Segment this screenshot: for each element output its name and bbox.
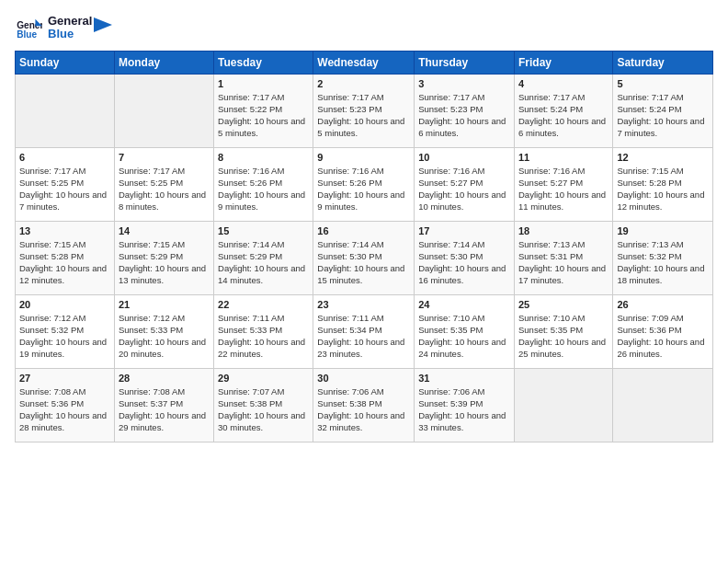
calendar-cell: 29Sunrise: 7:07 AMSunset: 5:38 PMDayligh… bbox=[214, 368, 313, 442]
day-info: Sunrise: 7:16 AMSunset: 5:27 PMDaylight:… bbox=[418, 165, 510, 213]
day-number: 27 bbox=[19, 373, 110, 384]
day-number: 15 bbox=[218, 225, 309, 236]
week-row-4: 20Sunrise: 7:12 AMSunset: 5:32 PMDayligh… bbox=[16, 294, 713, 368]
day-info: Sunrise: 7:14 AMSunset: 5:29 PMDaylight:… bbox=[218, 238, 309, 287]
calendar-cell: 2Sunrise: 7:17 AMSunset: 5:23 PMDaylight… bbox=[313, 74, 415, 147]
day-info: Sunrise: 7:13 AMSunset: 5:31 PMDaylight:… bbox=[518, 238, 609, 287]
calendar-cell: 16Sunrise: 7:14 AMSunset: 5:30 PMDayligh… bbox=[313, 221, 415, 294]
day-number: 26 bbox=[617, 299, 709, 310]
day-number: 12 bbox=[617, 152, 709, 163]
day-number: 16 bbox=[317, 225, 410, 236]
calendar-cell: 6Sunrise: 7:17 AMSunset: 5:25 PMDaylight… bbox=[16, 147, 115, 221]
day-info: Sunrise: 7:10 AMSunset: 5:35 PMDaylight:… bbox=[418, 312, 510, 361]
logo-line2: Blue bbox=[48, 28, 92, 40]
day-number: 22 bbox=[218, 299, 309, 310]
day-number: 18 bbox=[518, 225, 609, 236]
day-number: 14 bbox=[119, 225, 210, 236]
logo-icon: General Blue bbox=[17, 17, 42, 38]
calendar-cell: 19Sunrise: 7:13 AMSunset: 5:32 PMDayligh… bbox=[613, 221, 713, 294]
day-number: 29 bbox=[218, 373, 309, 384]
day-number: 5 bbox=[617, 78, 709, 89]
day-info: Sunrise: 7:15 AMSunset: 5:28 PMDaylight:… bbox=[617, 165, 709, 213]
day-number: 23 bbox=[317, 299, 410, 310]
day-number: 4 bbox=[518, 78, 609, 89]
svg-text:Blue: Blue bbox=[17, 29, 37, 38]
calendar-cell: 30Sunrise: 7:06 AMSunset: 5:38 PMDayligh… bbox=[313, 368, 415, 442]
calendar-cell: 8Sunrise: 7:16 AMSunset: 5:26 PMDaylight… bbox=[214, 147, 313, 221]
day-info: Sunrise: 7:08 AMSunset: 5:37 PMDaylight:… bbox=[119, 385, 210, 434]
day-info: Sunrise: 7:12 AMSunset: 5:32 PMDaylight:… bbox=[19, 312, 110, 361]
calendar-cell: 25Sunrise: 7:10 AMSunset: 5:35 PMDayligh… bbox=[514, 294, 612, 368]
calendar-cell: 31Sunrise: 7:06 AMSunset: 5:39 PMDayligh… bbox=[415, 368, 515, 442]
calendar-cell: 4Sunrise: 7:17 AMSunset: 5:24 PMDaylight… bbox=[514, 74, 612, 147]
day-info: Sunrise: 7:13 AMSunset: 5:32 PMDaylight:… bbox=[617, 238, 709, 287]
day-number: 2 bbox=[317, 78, 410, 89]
day-info: Sunrise: 7:17 AMSunset: 5:25 PMDaylight:… bbox=[19, 165, 110, 213]
day-number: 3 bbox=[418, 78, 510, 89]
day-info: Sunrise: 7:09 AMSunset: 5:36 PMDaylight:… bbox=[617, 312, 709, 361]
day-number: 20 bbox=[19, 299, 110, 310]
day-info: Sunrise: 7:07 AMSunset: 5:38 PMDaylight:… bbox=[218, 385, 309, 434]
week-row-2: 6Sunrise: 7:17 AMSunset: 5:25 PMDaylight… bbox=[16, 147, 713, 221]
col-header-saturday: Saturday bbox=[613, 51, 713, 74]
day-info: Sunrise: 7:15 AMSunset: 5:28 PMDaylight:… bbox=[19, 238, 110, 287]
day-info: Sunrise: 7:16 AMSunset: 5:26 PMDaylight:… bbox=[218, 165, 309, 213]
page-header: General Blue General Blue bbox=[15, 15, 713, 41]
calendar-header-row: SundayMondayTuesdayWednesdayThursdayFrid… bbox=[16, 51, 713, 74]
calendar-cell: 21Sunrise: 7:12 AMSunset: 5:33 PMDayligh… bbox=[114, 294, 213, 368]
week-row-3: 13Sunrise: 7:15 AMSunset: 5:28 PMDayligh… bbox=[16, 221, 713, 294]
col-header-tuesday: Tuesday bbox=[214, 51, 313, 74]
logo-arrow-icon bbox=[94, 17, 112, 32]
day-info: Sunrise: 7:15 AMSunset: 5:29 PMDaylight:… bbox=[119, 238, 210, 287]
calendar-cell: 22Sunrise: 7:11 AMSunset: 5:33 PMDayligh… bbox=[214, 294, 313, 368]
calendar-cell: 9Sunrise: 7:16 AMSunset: 5:26 PMDaylight… bbox=[313, 147, 415, 221]
day-number: 17 bbox=[418, 225, 510, 236]
day-number: 10 bbox=[418, 152, 510, 163]
calendar-cell: 13Sunrise: 7:15 AMSunset: 5:28 PMDayligh… bbox=[16, 221, 115, 294]
calendar-cell: 15Sunrise: 7:14 AMSunset: 5:29 PMDayligh… bbox=[214, 221, 313, 294]
day-number: 24 bbox=[418, 299, 510, 310]
day-number: 11 bbox=[518, 152, 609, 163]
day-number: 19 bbox=[617, 225, 709, 236]
week-row-5: 27Sunrise: 7:08 AMSunset: 5:36 PMDayligh… bbox=[16, 368, 713, 442]
calendar-cell bbox=[613, 368, 713, 442]
day-info: Sunrise: 7:17 AMSunset: 5:23 PMDaylight:… bbox=[317, 91, 410, 140]
calendar-cell bbox=[114, 74, 213, 147]
calendar-table: SundayMondayTuesdayWednesdayThursdayFrid… bbox=[15, 51, 713, 442]
calendar-cell: 12Sunrise: 7:15 AMSunset: 5:28 PMDayligh… bbox=[613, 147, 713, 221]
day-number: 9 bbox=[317, 152, 410, 163]
calendar-cell: 10Sunrise: 7:16 AMSunset: 5:27 PMDayligh… bbox=[415, 147, 515, 221]
day-number: 8 bbox=[218, 152, 309, 163]
week-row-1: 1Sunrise: 7:17 AMSunset: 5:22 PMDaylight… bbox=[16, 74, 713, 147]
day-info: Sunrise: 7:06 AMSunset: 5:39 PMDaylight:… bbox=[418, 385, 510, 434]
calendar-cell: 26Sunrise: 7:09 AMSunset: 5:36 PMDayligh… bbox=[613, 294, 713, 368]
day-info: Sunrise: 7:14 AMSunset: 5:30 PMDaylight:… bbox=[317, 238, 410, 287]
day-number: 7 bbox=[119, 152, 210, 163]
calendar-cell: 14Sunrise: 7:15 AMSunset: 5:29 PMDayligh… bbox=[114, 221, 213, 294]
day-number: 6 bbox=[19, 152, 110, 163]
day-info: Sunrise: 7:16 AMSunset: 5:26 PMDaylight:… bbox=[317, 165, 410, 213]
col-header-sunday: Sunday bbox=[16, 51, 115, 74]
day-info: Sunrise: 7:17 AMSunset: 5:25 PMDaylight:… bbox=[119, 165, 210, 213]
day-number: 28 bbox=[119, 373, 210, 384]
day-info: Sunrise: 7:14 AMSunset: 5:30 PMDaylight:… bbox=[418, 238, 510, 287]
col-header-friday: Friday bbox=[514, 51, 612, 74]
calendar-cell: 5Sunrise: 7:17 AMSunset: 5:24 PMDaylight… bbox=[613, 74, 713, 147]
col-header-monday: Monday bbox=[114, 51, 213, 74]
day-info: Sunrise: 7:17 AMSunset: 5:23 PMDaylight:… bbox=[418, 91, 510, 140]
day-info: Sunrise: 7:10 AMSunset: 5:35 PMDaylight:… bbox=[518, 312, 609, 361]
day-number: 25 bbox=[518, 299, 609, 310]
col-header-thursday: Thursday bbox=[415, 51, 515, 74]
day-number: 31 bbox=[418, 373, 510, 384]
calendar-cell: 7Sunrise: 7:17 AMSunset: 5:25 PMDaylight… bbox=[114, 147, 213, 221]
day-number: 1 bbox=[218, 78, 309, 89]
col-header-wednesday: Wednesday bbox=[313, 51, 415, 74]
calendar-cell: 1Sunrise: 7:17 AMSunset: 5:22 PMDaylight… bbox=[214, 74, 313, 147]
day-info: Sunrise: 7:17 AMSunset: 5:24 PMDaylight:… bbox=[518, 91, 609, 140]
day-info: Sunrise: 7:08 AMSunset: 5:36 PMDaylight:… bbox=[19, 385, 110, 434]
day-number: 13 bbox=[19, 225, 110, 236]
logo-line1: General bbox=[48, 15, 92, 28]
calendar-cell: 23Sunrise: 7:11 AMSunset: 5:34 PMDayligh… bbox=[313, 294, 415, 368]
svg-marker-3 bbox=[94, 17, 112, 32]
logo: General Blue General Blue bbox=[15, 15, 112, 41]
